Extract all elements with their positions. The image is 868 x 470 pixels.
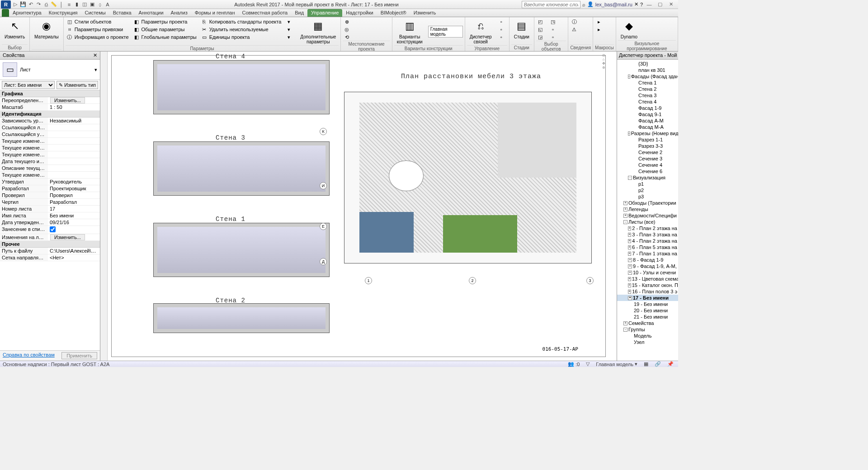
tree-node[interactable]: 21 - Без имени	[617, 314, 678, 320]
view-cube[interactable]: ◎ ⌂ ✥ ⊕	[592, 53, 615, 70]
expand-icon[interactable]: +	[628, 239, 631, 243]
ribbon-Диспетчер-связей[interactable]: ⎌Диспетчерсвязей	[467, 18, 495, 45]
expand-icon[interactable]: +	[628, 226, 631, 230]
ribbon-small[interactable]: ▸	[595, 26, 605, 33]
ribbon-Варианты-конструкции[interactable]: ▥Вариантыконструкции	[394, 18, 425, 45]
ribbon-Копировать стандарты проекта[interactable]: ⎘Копировать стандарты проекта	[200, 18, 283, 25]
prop-row[interactable]: Текущее изменение ...	[0, 138, 100, 145]
expand-icon[interactable]: -	[623, 220, 627, 224]
tab-Изменить[interactable]: Изменить	[410, 9, 440, 17]
ribbon-Параметры привязки[interactable]: ⌗Параметры привязки	[66, 26, 130, 33]
prop-row[interactable]: Переопределения ви...Изменить...	[0, 97, 100, 104]
ribbon-Глобальные  параметры[interactable]: ◧Глобальные параметры	[132, 33, 198, 41]
select-pinned-icon[interactable]: 📌	[665, 361, 675, 367]
expand-icon[interactable]: +	[628, 277, 631, 281]
tree-node[interactable]: +2 - План 2 этажа на	[617, 225, 678, 231]
prop-row[interactable]: Путь к файлуC:\Users\Алексей\Des...	[0, 248, 100, 254]
prop-row[interactable]: Дата утверждения ли...09/21/16	[0, 219, 100, 226]
prop-row[interactable]: Описание текущего ...	[0, 165, 100, 172]
print-icon[interactable]: ⎙	[42, 1, 50, 8]
infocenter-icon[interactable]: ⌕	[582, 2, 585, 7]
help-icon[interactable]: ?	[640, 2, 643, 7]
tree-node[interactable]: +6 - План 5 этажа на	[617, 244, 678, 250]
3d-icon[interactable]: ◫	[81, 1, 88, 8]
ribbon-Единицы проекта[interactable]: ▭Единицы проекта	[200, 33, 283, 41]
tree-node[interactable]: 19 - Без имени	[617, 301, 678, 307]
tree-node[interactable]: -Визуализация	[617, 174, 678, 181]
tree-node[interactable]: Модель	[617, 333, 678, 339]
properties-help-link[interactable]: Справка по свойствам	[3, 352, 55, 359]
ribbon-Дополнительные-параметры[interactable]: ▦Дополнительныепараметры	[297, 18, 339, 45]
prop-row[interactable]: Ссылающийся узел	[0, 131, 100, 138]
maximize-button[interactable]: ▢	[656, 1, 665, 7]
expand-icon[interactable]: +	[628, 296, 632, 300]
ribbon-small[interactable]: ▫	[549, 26, 559, 33]
tree-node[interactable]: +Семейства	[617, 320, 678, 326]
help-search-input[interactable]	[522, 1, 580, 8]
expand-icon[interactable]: +	[628, 245, 631, 249]
tab-BIMobject®[interactable]: BIMobject®	[377, 9, 410, 17]
prop-category[interactable]: Идентификация	[0, 111, 100, 118]
ribbon-small[interactable]: ▫	[497, 18, 507, 25]
tree-node[interactable]: +3 - План 3 этажа на	[617, 231, 678, 238]
property-grid[interactable]: ГрафикаПереопределения ви...Изменить...М…	[0, 90, 100, 350]
ribbon-Информация о проекте[interactable]: ⓘИнформация о проекте	[66, 33, 130, 41]
tree-node[interactable]: Сечение 4	[617, 162, 678, 168]
expand-icon[interactable]: +	[628, 290, 631, 294]
section-icon[interactable]: ▮	[73, 1, 80, 8]
expand-icon[interactable]: +	[623, 321, 627, 325]
tab-Архитектура[interactable]: Архитектура	[9, 9, 45, 17]
prop-row[interactable]: Масштаб1 : 50	[0, 104, 100, 111]
tree-node[interactable]: +Обходы (Траектории	[617, 200, 678, 206]
tree-node[interactable]: +16 - План полов 3 э	[617, 288, 678, 295]
ribbon-small[interactable]: ▾	[285, 18, 295, 25]
ribbon-small[interactable]: ▸	[595, 18, 605, 25]
tree-node[interactable]: Стена 1	[617, 80, 678, 86]
expand-icon[interactable]: +	[628, 271, 632, 275]
tree-node[interactable]: +7 - План 1 этажа на	[617, 250, 678, 257]
tree-node[interactable]: Стена 4	[617, 99, 678, 105]
expand-icon[interactable]: +	[628, 283, 631, 287]
edit-type-button[interactable]: ✎Изменить тип	[57, 81, 98, 89]
prop-row[interactable]: Текущее изменение	[0, 172, 100, 179]
ribbon-Удалить неиспользуемые[interactable]: ✂Удалить неиспользуемые	[200, 26, 283, 33]
sheet-view[interactable]: Стена 4Стена 3Стена 1Стена 2План расстан…	[111, 55, 606, 357]
prop-row[interactable]: УтвердилРуководитель	[0, 179, 100, 185]
expand-icon[interactable]: +	[628, 252, 631, 256]
sign-in-icon[interactable]: 👤	[587, 1, 594, 7]
tab-Конструкция[interactable]: Конструкция	[45, 9, 81, 17]
tab-Анализ[interactable]: Анализ	[167, 9, 191, 17]
drawing-area[interactable]: Стена 4Стена 3Стена 1Стена 2План расстан…	[100, 52, 617, 361]
tab-Совместная работа[interactable]: Совместная работа	[239, 9, 292, 17]
prop-row[interactable]: Дата текущего измен...	[0, 158, 100, 165]
apply-button[interactable]: Применить	[61, 352, 97, 359]
nav-wheel-icon[interactable]: ◎	[592, 53, 615, 57]
tab-Системы[interactable]: Системы	[81, 9, 109, 17]
tree-node[interactable]: Сечение 6	[617, 168, 678, 174]
tab-Управление[interactable]: Управление	[307, 9, 342, 17]
zoom-icon[interactable]: ⊕	[592, 66, 615, 70]
elevation-viewport[interactable]	[153, 141, 330, 196]
prop-row[interactable]: Зависимость уровняНезависимый	[0, 118, 100, 124]
prop-row[interactable]: Текущее изменение ...	[0, 151, 100, 158]
minimize-button[interactable]: —	[645, 2, 654, 7]
ribbon-small[interactable]: ◰	[536, 18, 546, 25]
ribbon-small[interactable]: ◎	[343, 26, 353, 33]
instance-selector[interactable]: Лист: Без имени	[2, 81, 55, 89]
tree-node[interactable]: Разрез 1-1	[617, 136, 678, 143]
ribbon-small[interactable]: ⟲	[343, 33, 353, 41]
tree-node[interactable]: -Группы	[617, 326, 678, 333]
properties-close-icon[interactable]: ✕	[93, 52, 97, 58]
ribbon-small[interactable]: ▫	[549, 33, 559, 41]
ribbon-small[interactable]: ◲	[536, 33, 546, 41]
tree-node[interactable]: {3D}	[617, 61, 678, 67]
tree-node[interactable]: +17 - Без имени	[617, 295, 678, 301]
prop-row[interactable]: Номер листа17	[0, 206, 100, 212]
tab-Вид[interactable]: Вид	[291, 9, 307, 17]
tree-node[interactable]: Сечение 3	[617, 155, 678, 162]
align-icon[interactable]: ≡	[66, 1, 73, 8]
expand-icon[interactable]: +	[623, 214, 627, 218]
expand-icon[interactable]: -	[628, 132, 630, 136]
pan-icon[interactable]: ✥	[592, 61, 615, 66]
expand-icon[interactable]: +	[628, 233, 631, 237]
